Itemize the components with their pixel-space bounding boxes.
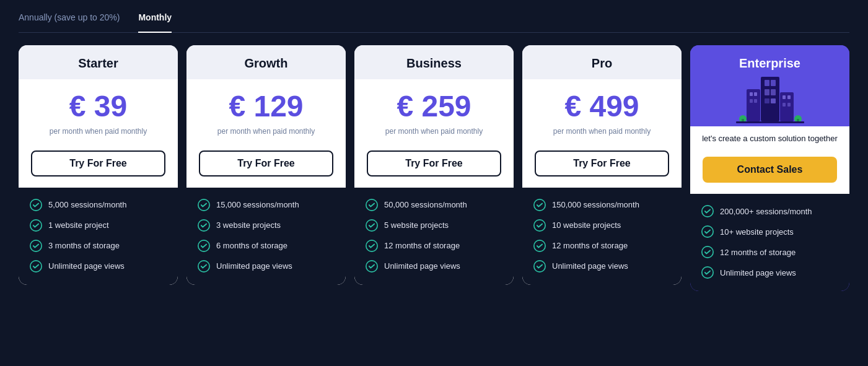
plan-name-starter: Starter	[28, 56, 168, 71]
btn-wrap-business: Try For Free	[354, 144, 514, 188]
svg-rect-31	[783, 103, 786, 107]
check-icon	[30, 240, 42, 252]
check-icon	[198, 199, 210, 211]
features-enterprise: 200,000+ sessions/month 10+ website proj…	[690, 194, 849, 291]
svg-rect-21	[765, 98, 769, 103]
check-icon	[198, 260, 210, 272]
svg-rect-20	[771, 89, 776, 95]
svg-rect-25	[754, 92, 757, 96]
feature-text: Unlimited page views	[384, 261, 460, 271]
feature-text: 3 website projects	[216, 220, 281, 230]
btn-wrap-growth: Try For Free	[186, 144, 346, 188]
price-growth: € 129	[196, 90, 336, 123]
feature-text: 12 months of storage	[384, 241, 460, 250]
try-btn-starter[interactable]: Try For Free	[31, 150, 165, 176]
svg-rect-22	[771, 98, 776, 103]
feature-text: Unlimited page views	[48, 261, 125, 271]
svg-rect-16	[761, 77, 779, 121]
check-icon	[198, 219, 210, 232]
svg-rect-29	[783, 95, 786, 99]
check-icon	[366, 240, 378, 252]
btn-wrap-starter: Try For Free	[19, 144, 178, 188]
feature-text: 15,000 sessions/month	[216, 200, 299, 209]
feature-item: 6 months of storage	[198, 240, 335, 252]
price-pro: € 499	[532, 90, 672, 123]
check-icon	[30, 260, 42, 272]
feature-text: 5 website projects	[384, 220, 449, 230]
feature-text: 5,000 sessions/month	[48, 200, 126, 209]
check-icon	[701, 225, 714, 238]
svg-rect-23	[747, 89, 760, 121]
check-icon	[366, 260, 378, 272]
svg-rect-27	[754, 99, 757, 103]
try-btn-pro[interactable]: Try For Free	[535, 150, 669, 176]
feature-text: 150,000 sessions/month	[552, 200, 639, 209]
svg-rect-30	[787, 95, 791, 99]
feature-item: 3 website projects	[198, 219, 335, 232]
tab-annually[interactable]: Annually (save up to 20%)	[19, 12, 120, 27]
tagline-text: let's create a custom solution together	[702, 134, 838, 143]
price-section-starter: € 39 per month when paid monthly	[19, 79, 178, 144]
plan-card-growth: Growth € 129 per month when paid monthly…	[186, 45, 346, 285]
svg-rect-17	[765, 80, 769, 86]
feature-item: 150,000 sessions/month	[533, 199, 670, 211]
feature-item: 10 website projects	[533, 219, 670, 232]
try-btn-growth[interactable]: Try For Free	[199, 150, 333, 176]
svg-rect-18	[771, 80, 776, 86]
plan-name-growth: Growth	[196, 56, 336, 71]
feature-item: 50,000 sessions/month	[366, 199, 502, 211]
feature-item: 3 months of storage	[30, 240, 167, 252]
price-sub-starter: per month when paid monthly	[28, 127, 168, 136]
billing-tabs: Annually (save up to 20%) Monthly	[19, 12, 849, 33]
check-icon	[701, 205, 714, 217]
enterprise-btn-wrap: Contact Sales	[690, 150, 849, 194]
check-icon	[701, 266, 714, 279]
price-sub-business: per month when paid monthly	[364, 127, 504, 136]
enterprise-illustration	[690, 71, 849, 126]
contact-sales-btn[interactable]: Contact Sales	[703, 157, 837, 183]
plan-card-enterprise: Enterprise	[690, 45, 849, 291]
feature-text: 3 months of storage	[48, 241, 120, 250]
pricing-cards: Starter € 39 per month when paid monthly…	[19, 45, 849, 291]
enterprise-tagline: let's create a custom solution together	[690, 126, 849, 150]
check-icon	[30, 199, 42, 211]
plan-name-business: Business	[364, 56, 504, 71]
price-section-business: € 259 per month when paid monthly	[354, 79, 514, 144]
feature-text: Unlimited page views	[216, 261, 292, 271]
feature-text: 10 website projects	[552, 220, 621, 230]
features-starter: 5,000 sessions/month 1 website project 3…	[19, 188, 178, 285]
check-icon	[533, 240, 546, 252]
plan-card-business: Business € 259 per month when paid month…	[354, 45, 514, 285]
price-starter: € 39	[28, 90, 168, 123]
check-icon	[533, 260, 546, 272]
check-icon	[366, 199, 378, 211]
feature-text: Unlimited page views	[720, 268, 796, 277]
try-btn-business[interactable]: Try For Free	[367, 150, 501, 176]
feature-item: 5,000 sessions/month	[30, 199, 167, 211]
card-header-growth: Growth	[186, 45, 346, 79]
tab-monthly[interactable]: Monthly	[138, 12, 172, 27]
check-icon	[533, 199, 546, 211]
svg-rect-28	[780, 92, 794, 121]
feature-text: 12 months of storage	[720, 248, 796, 257]
feature-text: 50,000 sessions/month	[384, 200, 467, 209]
price-sub-growth: per month when paid monthly	[196, 127, 336, 136]
features-business: 50,000 sessions/month 5 website projects…	[354, 188, 514, 285]
card-header-starter: Starter	[19, 45, 178, 79]
feature-text: Unlimited page views	[552, 261, 628, 271]
feature-item: 12 months of storage	[701, 246, 838, 258]
svg-rect-37	[736, 121, 804, 123]
svg-rect-26	[750, 99, 753, 103]
svg-rect-32	[787, 103, 791, 107]
feature-item: 12 months of storage	[366, 240, 502, 252]
card-header-business: Business	[354, 45, 514, 79]
card-header-enterprise: Enterprise	[690, 45, 849, 71]
feature-item: 200,000+ sessions/month	[701, 205, 838, 217]
check-icon	[30, 219, 42, 232]
feature-item: 15,000 sessions/month	[198, 199, 335, 211]
check-icon	[198, 240, 210, 252]
plan-name-enterprise: Enterprise	[700, 56, 840, 71]
card-header-pro: Pro	[522, 45, 682, 79]
price-business: € 259	[364, 90, 504, 123]
feature-text: 12 months of storage	[552, 241, 628, 250]
